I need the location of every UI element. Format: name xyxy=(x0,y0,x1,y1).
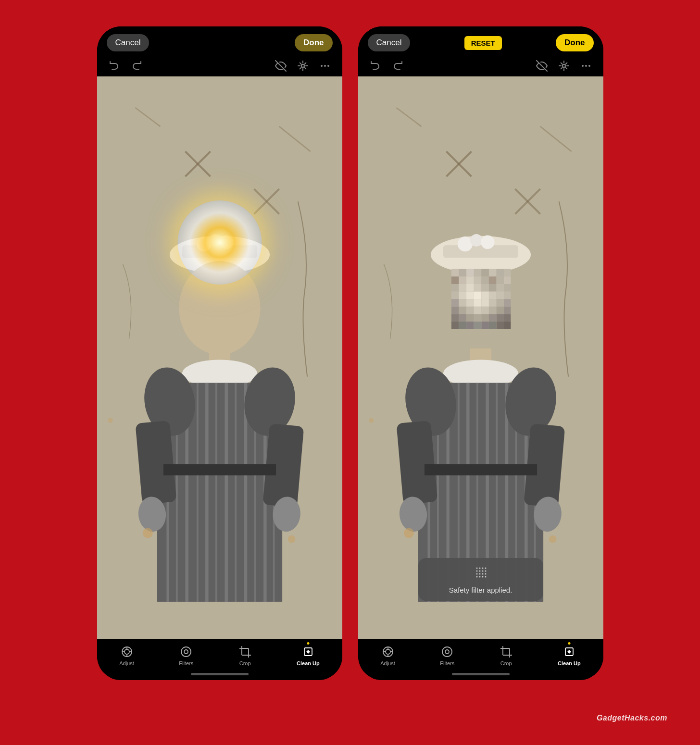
svg-rect-188 xyxy=(503,648,510,655)
left-toolbar-filters[interactable]: Filters xyxy=(174,643,198,668)
svg-rect-78 xyxy=(474,269,481,277)
svg-point-161 xyxy=(403,528,413,538)
svg-rect-24 xyxy=(196,383,198,602)
svg-rect-77 xyxy=(466,269,474,277)
right-toolbar-adjust[interactable]: Adjust xyxy=(375,643,400,668)
svg-rect-134 xyxy=(474,322,481,329)
svg-rect-39 xyxy=(163,464,275,475)
left-toolbar-adjust[interactable]: Adjust xyxy=(114,643,139,668)
svg-rect-51 xyxy=(242,648,249,655)
svg-point-3 xyxy=(324,65,326,67)
svg-rect-97 xyxy=(496,284,504,292)
left-toolbar-cleanup-label: Clean Up xyxy=(297,660,320,666)
svg-point-181 xyxy=(386,649,390,654)
svg-rect-112 xyxy=(488,299,496,307)
svg-point-165 xyxy=(479,568,480,569)
right-reset-button[interactable]: RESET xyxy=(464,36,502,50)
right-cancel-button[interactable]: Cancel xyxy=(368,34,411,51)
phone-divider xyxy=(350,26,351,680)
svg-point-179 xyxy=(485,576,486,578)
left-photo-area[interactable] xyxy=(97,76,342,639)
right-photo-area: Safety filter applied. xyxy=(358,76,603,639)
left-cancel-button[interactable]: Cancel xyxy=(107,34,150,51)
left-toolbar-cleanup[interactable]: Clean Up xyxy=(292,643,325,668)
svg-point-60 xyxy=(585,65,587,67)
svg-rect-121 xyxy=(496,307,504,314)
left-toolbar-crop-label: Crop xyxy=(239,660,251,666)
svg-point-174 xyxy=(482,573,483,575)
svg-point-187 xyxy=(445,650,449,654)
right-toolbar-cleanup[interactable]: Clean Up xyxy=(553,643,586,668)
svg-rect-117 xyxy=(466,307,474,314)
svg-rect-83 xyxy=(451,276,459,284)
svg-rect-90 xyxy=(504,276,511,284)
svg-rect-94 xyxy=(474,284,481,292)
svg-rect-86 xyxy=(474,276,481,284)
svg-rect-129 xyxy=(496,314,504,322)
svg-rect-102 xyxy=(474,292,481,299)
left-toolbar-crop[interactable]: Crop xyxy=(234,643,257,668)
svg-rect-85 xyxy=(466,276,474,284)
right-undo-button[interactable] xyxy=(368,58,383,74)
svg-point-172 xyxy=(476,573,477,575)
svg-rect-137 xyxy=(496,322,504,329)
right-redo-button[interactable] xyxy=(390,58,405,74)
left-sparkle-button[interactable] xyxy=(295,58,311,74)
svg-rect-101 xyxy=(466,292,474,299)
left-brush-circle[interactable] xyxy=(177,200,262,285)
svg-rect-110 xyxy=(474,299,481,307)
right-toolbar-filters[interactable]: Filters xyxy=(435,643,459,668)
right-toolbar-filters-label: Filters xyxy=(440,660,454,666)
right-toolbar-crop[interactable]: Crop xyxy=(495,643,518,668)
svg-rect-70 xyxy=(443,245,518,258)
right-sparkle-button[interactable] xyxy=(556,58,572,74)
left-toolbar-cleanup-dot xyxy=(307,642,309,645)
left-eye-slash-button[interactable] xyxy=(273,58,288,74)
svg-point-177 xyxy=(479,576,480,578)
left-done-button[interactable]: Done xyxy=(295,34,333,51)
svg-rect-136 xyxy=(488,322,496,329)
svg-point-175 xyxy=(485,573,486,575)
left-redo-button[interactable] xyxy=(129,58,144,74)
svg-rect-79 xyxy=(481,269,489,277)
left-top-bar: Cancel Done xyxy=(97,26,342,55)
svg-point-40 xyxy=(142,528,152,538)
right-toolbar-cleanup-dot xyxy=(568,642,570,645)
svg-rect-103 xyxy=(481,292,489,299)
right-home-indicator xyxy=(358,670,603,680)
svg-rect-114 xyxy=(504,299,511,307)
right-eye-slash-button[interactable] xyxy=(534,58,550,74)
svg-rect-126 xyxy=(474,314,481,322)
svg-rect-131 xyxy=(451,322,459,329)
right-more-button[interactable] xyxy=(578,58,594,74)
left-toolbar-adjust-label: Adjust xyxy=(119,660,134,666)
right-toolbar-crop-label: Crop xyxy=(500,660,512,666)
svg-point-163 xyxy=(369,418,374,422)
svg-rect-99 xyxy=(451,292,459,299)
svg-rect-82 xyxy=(504,269,511,277)
right-icon-bar-left xyxy=(368,58,405,74)
svg-point-58 xyxy=(562,64,565,67)
left-icon-bar-right xyxy=(273,58,333,74)
svg-rect-133 xyxy=(466,322,474,329)
svg-rect-35 xyxy=(135,421,176,505)
left-bottom-toolbar: Adjust Filters xyxy=(97,639,342,670)
svg-rect-98 xyxy=(504,284,511,292)
left-undo-button[interactable] xyxy=(107,58,122,74)
svg-rect-113 xyxy=(496,299,504,307)
svg-rect-127 xyxy=(481,314,489,322)
svg-rect-125 xyxy=(466,314,474,322)
left-icon-bar-left xyxy=(107,58,144,74)
svg-rect-75 xyxy=(451,269,459,277)
svg-rect-132 xyxy=(459,322,466,329)
svg-rect-107 xyxy=(451,299,459,307)
svg-rect-100 xyxy=(459,292,466,299)
svg-rect-120 xyxy=(488,307,496,314)
right-icon-bar-right xyxy=(534,58,594,74)
svg-point-2 xyxy=(321,65,323,67)
left-more-button[interactable] xyxy=(317,58,333,74)
svg-rect-28 xyxy=(235,383,237,602)
right-safety-toast: Safety filter applied. xyxy=(418,558,543,601)
right-done-button[interactable]: Done xyxy=(556,34,594,51)
svg-point-72 xyxy=(470,234,482,247)
